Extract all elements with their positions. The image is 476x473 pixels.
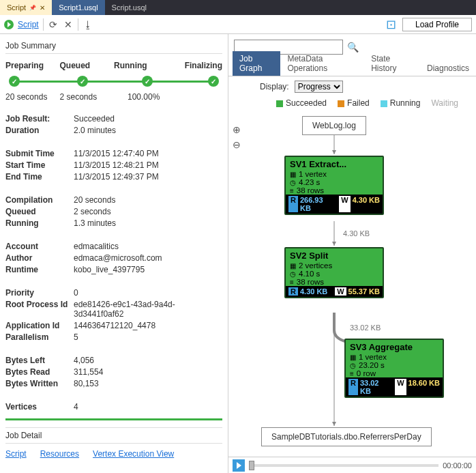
kv-row: Root Process Idede81426-e9c1-43ad-9a4d-3… — [5, 300, 222, 319]
separator — [43, 18, 44, 31]
legend-succeeded-icon — [276, 100, 283, 107]
tab-diagnostics[interactable]: Diagnostics — [420, 61, 476, 76]
kv-row: Queued2 seconds — [5, 207, 222, 216]
display-select[interactable]: Progress — [295, 81, 343, 93]
editor-tab-bar: Script 📌 ✕ Script1.usql Script.usql — [0, 0, 476, 15]
cancel-icon[interactable]: ✕ — [63, 19, 74, 30]
tab-script1-usql[interactable]: Script1.usql — [52, 0, 104, 15]
sv2-node[interactable]: SV2 Split ▦2 vertices ◷4.10 s ≡38 rows R… — [284, 247, 384, 298]
clock-icon: ◷ — [290, 270, 296, 278]
kv-row: Bytes Read311,554 — [5, 367, 222, 377]
phase-queued: Queued — [60, 61, 115, 70]
phase-labels: Preparing Queued Running Finalizing — [5, 61, 222, 70]
edge-label: 4.30 KB — [343, 229, 370, 238]
output-node[interactable]: SampleDBTutorials.dbo.ReferrersPerDay — [261, 427, 432, 446]
vev-link[interactable]: Vertex Execution View — [93, 449, 174, 459]
left-panel: Job Summary Preparing Queued Running Fin… — [0, 34, 228, 473]
rows-icon: ≡ — [350, 370, 354, 377]
phase-val: 20 seconds — [5, 92, 60, 102]
separator — [78, 18, 78, 31]
check-icon — [142, 76, 153, 87]
job-detail-header: Job Detail — [5, 427, 222, 444]
tab-label: Script.usql — [112, 3, 147, 12]
sv1-node[interactable]: SV1 Extract... ▦1 vertex ◷4.23 s ≡38 row… — [284, 156, 384, 215]
playback-bar: 00:00:00 — [228, 457, 476, 473]
kv-row: Job Result:Succeeded — [5, 114, 222, 124]
script-link[interactable]: Script — [5, 449, 27, 459]
check-icon — [208, 76, 219, 87]
kv-row: Compilation20 seconds — [5, 195, 222, 205]
vertex-icon: ▦ — [290, 262, 296, 270]
rows-icon: ≡ — [290, 187, 294, 195]
phase-val — [168, 92, 223, 102]
play-button[interactable] — [233, 459, 245, 472]
input-node[interactable]: WebLog.log — [302, 116, 366, 135]
tab-label: Script — [7, 3, 26, 12]
kv-row: Submit Time11/3/2015 12:47:40 PM — [5, 149, 222, 158]
kv-row: Authoredmaca@microsoft.com — [5, 253, 222, 263]
slider-thumb[interactable] — [249, 461, 254, 470]
kv-row: End Time11/3/2015 12:49:37 PM — [5, 172, 222, 182]
kv-row: Bytes Left4,056 — [5, 356, 222, 365]
progress-bar — [5, 418, 222, 420]
phase-progress — [5, 74, 222, 88]
playback-slider[interactable] — [249, 464, 438, 467]
tab-script[interactable]: Script 📌 ✕ — [0, 0, 52, 15]
right-panel: 🔍 Job Graph MetaData Operations State Hi… — [228, 34, 476, 473]
legend-running-icon — [381, 100, 387, 107]
kv-row: Priority0 — [5, 288, 222, 298]
kv-row: Start Time11/3/2015 12:48:21 PM — [5, 160, 222, 170]
script-link[interactable]: Script — [18, 20, 39, 29]
right-tabs: Job Graph MetaData Operations State Hist… — [228, 60, 476, 76]
kv-row: Application Id1446364712120_4478 — [5, 321, 222, 330]
detail-links: Script Resources Vertex Execution View — [5, 449, 222, 465]
vertex-icon: ▦ — [350, 354, 356, 361]
phase-running: Running — [114, 61, 168, 70]
tab-job-graph[interactable]: Job Graph — [233, 51, 280, 76]
resources-link[interactable]: Resources — [40, 449, 79, 459]
pin-icon: 📌 — [29, 5, 36, 11]
job-graph-canvas[interactable]: WebLog.log SV1 Extract... ▦1 vertex ◷4.2… — [228, 112, 476, 467]
kv-row: Duration2.0 minutes — [5, 126, 222, 135]
phase-val: 2 seconds — [60, 92, 115, 102]
job-summary-header: Job Summary — [5, 38, 222, 54]
refresh-icon[interactable]: ⟳ — [48, 19, 59, 30]
kv-row: Bytes Written80,153 — [5, 379, 222, 388]
close-icon[interactable]: ✕ — [40, 4, 45, 12]
phase-val: 100.00% — [114, 92, 168, 102]
tab-label: Script1.usql — [59, 3, 98, 12]
kv-row: Accountedmacalitics — [5, 242, 222, 251]
kv-row: Running1.3 minutes — [5, 218, 222, 228]
legend-failed-icon — [338, 100, 344, 107]
clock-icon: ◷ — [290, 179, 296, 186]
kv-row: Parallelism5 — [5, 332, 222, 342]
download-icon[interactable]: ⭳ — [83, 19, 93, 30]
tab-script-usql[interactable]: Script.usql — [105, 0, 153, 15]
check-icon — [9, 76, 20, 87]
phase-values: 20 seconds 2 seconds 100.00% — [5, 92, 222, 102]
toolbar: Script ⟳ ✕ ⭳ ⊡ Load Profile — [0, 15, 476, 34]
edge-label: 33.02 KB — [350, 324, 381, 332]
vertex-icon: ▦ — [290, 171, 296, 178]
feedback-icon[interactable]: ⊡ — [386, 19, 397, 30]
load-profile-button[interactable]: Load Profile — [402, 18, 472, 31]
tab-metadata-ops[interactable]: MetaData Operations — [280, 51, 364, 76]
kv-row: Vertices4 — [5, 402, 222, 412]
legend: Succeeded Failed Running Waiting — [228, 97, 476, 112]
phase-preparing: Preparing — [5, 61, 60, 70]
tab-state-history[interactable]: State History — [364, 51, 420, 76]
clock-icon: ◷ — [350, 362, 356, 369]
sv3-node[interactable]: SV3 Aggregate ▦1 vertex ◷23.20 s ≡0 row … — [344, 339, 444, 398]
phase-finalizing: Finalizing — [168, 61, 223, 70]
check-icon — [77, 76, 88, 87]
playback-time: 00:00:00 — [443, 461, 472, 470]
run-icon[interactable] — [4, 20, 14, 29]
display-label: Display: — [260, 82, 289, 91]
kv-row: Runtimekobo_live_4397795 — [5, 265, 222, 274]
rows-icon: ≡ — [290, 278, 294, 286]
